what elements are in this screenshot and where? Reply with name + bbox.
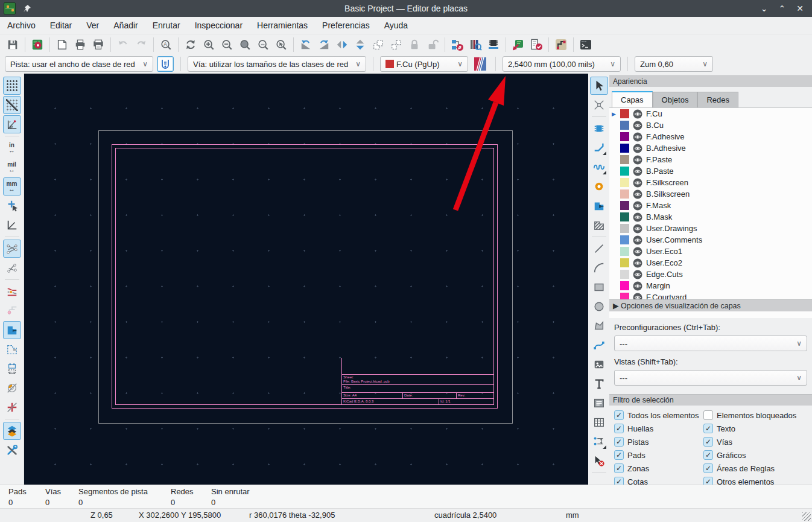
rectangle-button[interactable] (590, 278, 608, 296)
filter-vias[interactable]: Vías (703, 437, 810, 447)
ratsnest-button[interactable] (3, 240, 21, 258)
footprint-sketch-mode-button[interactable] (3, 360, 21, 378)
visibility-eye-icon[interactable] (633, 155, 642, 165)
close-button[interactable]: ✕ (796, 4, 804, 13)
track-width-dropdown[interactable]: Pista: usar el ancho de clase de red ∨ (5, 56, 153, 72)
menu-archivo[interactable]: Archivo (0, 18, 43, 33)
track-sketch-mode-button[interactable] (3, 398, 21, 416)
visibility-eye-icon[interactable] (633, 270, 642, 279)
layer-color-swatch[interactable] (620, 121, 629, 130)
tab-redes[interactable]: Redes (697, 92, 738, 107)
layer-row[interactable]: F.Silkscreen (609, 177, 812, 188)
layer-color-swatch[interactable] (620, 189, 629, 199)
flip-horizontal-button[interactable] (333, 36, 351, 54)
dimension-button[interactable] (590, 433, 608, 451)
checkbox-icon[interactable] (703, 437, 713, 447)
visibility-eye-icon[interactable] (633, 201, 642, 211)
update-pcb-from-schematic-button[interactable] (509, 36, 527, 54)
cursor-shape-button[interactable] (3, 197, 21, 215)
maximize-button[interactable]: ⌃ (779, 4, 786, 13)
visibility-eye-icon[interactable] (633, 144, 642, 153)
grid-dropdown[interactable]: 2,5400 mm (100,00 mils) ∨ (503, 56, 621, 72)
units-mils-button[interactable]: mil↔ (3, 158, 21, 176)
units-mm-button[interactable]: mm↔ (3, 177, 21, 196)
net-names-button[interactable] (3, 302, 21, 320)
bezier-button[interactable] (590, 336, 608, 354)
visibility-eye-icon[interactable] (633, 212, 642, 222)
layer-row[interactable]: F.Courtyard (609, 291, 812, 299)
layer-color-swatch[interactable] (620, 293, 629, 299)
textbox-button[interactable] (590, 394, 608, 412)
menu-herramientas[interactable]: Herramientas (250, 18, 315, 33)
pad-sketch-mode-button[interactable] (3, 379, 21, 397)
layer-color-swatch[interactable] (620, 270, 629, 279)
auto-track-width-button[interactable] (157, 56, 174, 72)
curved-ratsnest-button[interactable] (3, 259, 21, 277)
board-setup-button[interactable] (28, 36, 46, 54)
local-ratsnest-button[interactable] (590, 96, 608, 114)
filter-texto[interactable]: Texto (703, 424, 810, 433)
line-button[interactable] (590, 240, 608, 258)
layer-row[interactable]: B.Silkscreen (609, 188, 812, 200)
filter-pistas[interactable]: Pistas (614, 437, 703, 447)
visibility-eye-icon[interactable] (633, 281, 642, 291)
layer-pair-toggle-button[interactable] (472, 56, 489, 72)
visibility-eye-icon[interactable] (633, 258, 642, 268)
layer-row[interactable]: User.Drawings (609, 223, 812, 234)
layer-row[interactable]: B.Adhesive (609, 142, 812, 154)
print-button[interactable] (71, 36, 89, 54)
table-button[interactable] (590, 413, 608, 431)
filter-graficos[interactable]: Gráficos (703, 450, 810, 460)
filter-pads[interactable]: Pads (614, 450, 703, 460)
zoom-objects-button[interactable] (254, 36, 272, 54)
add-via-button[interactable] (590, 177, 608, 196)
checkbox-icon[interactable] (614, 450, 624, 460)
resize-grip[interactable] (802, 512, 811, 521)
mirror-vertical-button[interactable] (351, 36, 369, 54)
arc-button[interactable] (590, 259, 608, 277)
undo-button[interactable] (114, 36, 132, 54)
board-canvas[interactable]: Sheet: File: Basic Project.kicad_pcb Tit… (24, 74, 588, 485)
drc-button[interactable] (527, 36, 545, 54)
delete-tool-button[interactable] (590, 452, 608, 470)
layer-color-swatch[interactable] (620, 155, 629, 164)
visibility-eye-icon[interactable] (633, 132, 642, 142)
layer-color-swatch[interactable] (620, 178, 629, 187)
visibility-eye-icon[interactable] (633, 178, 642, 188)
checkbox-icon[interactable] (703, 463, 713, 473)
layer-color-swatch[interactable] (620, 167, 629, 176)
filter-todos-los-elementos[interactable]: Todos los elementos (614, 410, 703, 420)
menu-enrutar[interactable]: Enrutar (145, 18, 188, 33)
filter-zonas[interactable]: Zonas (614, 463, 703, 473)
visibility-eye-icon[interactable] (633, 224, 642, 234)
layer-color-swatch[interactable] (620, 281, 629, 290)
checkbox-icon[interactable] (614, 437, 624, 447)
zoom-selection-button[interactable] (272, 36, 290, 54)
layer-color-swatch[interactable] (620, 224, 629, 233)
active-layer-dropdown[interactable]: F.Cu (PgUp) ∨ (380, 56, 468, 72)
layer-row[interactable]: User.Eco1 (609, 246, 812, 257)
find-button[interactable]: A (157, 36, 175, 54)
menu-ver[interactable]: Ver (79, 18, 106, 33)
zoom-in-button[interactable] (200, 36, 218, 54)
layer-color-swatch[interactable] (620, 144, 629, 153)
selection-filter-header[interactable]: Filtro de selección (609, 394, 812, 406)
visibility-eye-icon[interactable] (633, 293, 642, 300)
filter-elementos-bloqueados[interactable]: Elementos bloqueados (703, 410, 810, 420)
menu-ayuda[interactable]: Ayuda (377, 18, 415, 33)
layer-row[interactable]: User.Eco2 (609, 257, 812, 269)
footprint-editor-button[interactable] (484, 36, 503, 54)
visibility-eye-icon[interactable] (633, 235, 642, 245)
zone-outline-mode-button[interactable] (3, 340, 21, 358)
polar-coordinates-button[interactable]: rθ (3, 115, 21, 133)
add-zone-button[interactable] (590, 197, 608, 215)
visibility-eye-icon[interactable] (633, 189, 642, 199)
menu-anadir[interactable]: Añadir (106, 18, 145, 33)
external-router-button[interactable] (552, 36, 570, 54)
tune-length-button[interactable] (590, 158, 608, 176)
views-dropdown[interactable]: --- ∨ (614, 370, 807, 386)
layer-row[interactable]: Edge.Cuts (609, 269, 812, 280)
layer-row[interactable]: F.Adhesive (609, 131, 812, 142)
layer-color-swatch[interactable] (620, 258, 629, 267)
footprint-library-browser-button[interactable] (466, 36, 484, 54)
